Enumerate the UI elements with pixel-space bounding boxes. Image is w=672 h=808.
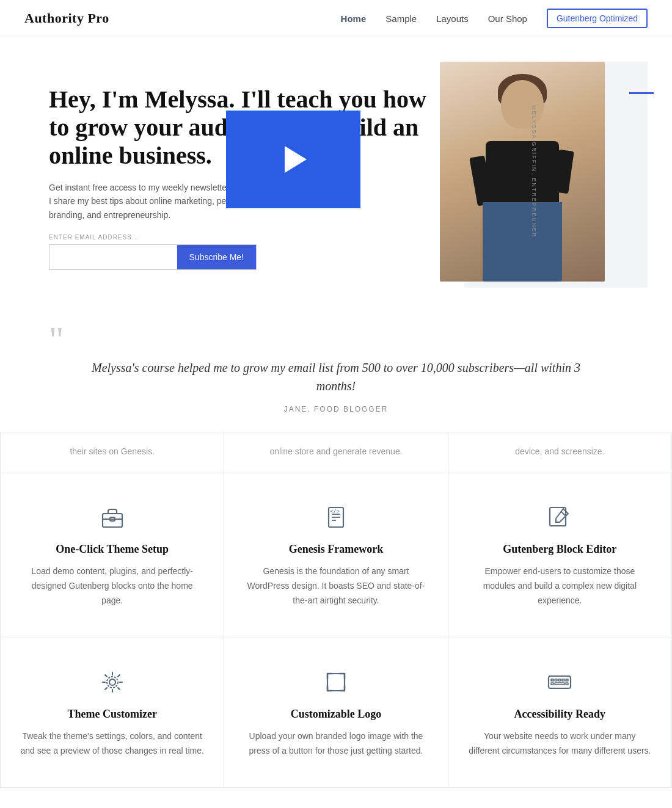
svg-rect-27 — [551, 683, 553, 685]
gutenberg-optimized-button[interactable]: Gutenberg Optimized — [547, 9, 648, 28]
feature-desc-gutenberg: Empower end-users to customize those mod… — [468, 564, 652, 608]
partial-cell-2: online store and generate revenue. — [224, 432, 448, 473]
email-input[interactable] — [49, 245, 177, 269]
feature-title-oneclick: One-Click Theme Setup — [20, 543, 204, 556]
hero-image-wrap: MELYSSA GRIFFIN, ENTREPREUNER — [440, 62, 635, 294]
quote-mark: " — [49, 330, 623, 349]
feature-cell-customizer: Theme Customizer Tweak the theme's setti… — [1, 638, 224, 788]
email-label: Enter email address... — [49, 234, 257, 241]
nav: Home Sample Layouts Our Shop Gutenberg O… — [341, 9, 648, 28]
svg-line-9 — [561, 511, 566, 516]
edit-icon — [545, 503, 574, 532]
svg-point-10 — [109, 679, 115, 685]
email-form: Enter email address... Subscribe Me! — [49, 234, 257, 270]
gear-icon — [98, 668, 127, 697]
partial-text-1: their sites on Genesis. — [20, 445, 204, 458]
nav-link-home[interactable]: Home — [341, 13, 367, 24]
feature-grid: their sites on Genesis. online store and… — [0, 432, 672, 788]
partial-cell-1: their sites on Genesis. — [1, 432, 224, 473]
play-icon — [285, 146, 307, 173]
feature-title-genesis: Genesis Framework — [244, 543, 428, 556]
partial-text-2: online store and generate revenue. — [244, 445, 428, 458]
video-play-overlay[interactable] — [226, 111, 360, 208]
logo: Authority Pro — [24, 10, 109, 26]
svg-rect-0 — [103, 514, 122, 527]
feature-desc-accessibility: Your website needs to work under many di… — [468, 729, 652, 759]
svg-rect-29 — [566, 683, 568, 685]
feature-desc-logo: Upload your own branded logo image with … — [244, 729, 428, 759]
hero-image-main: MELYSSA GRIFFIN, ENTREPREUNER — [440, 62, 605, 282]
testimonial-section: " Melyssa's course helped me to grow my … — [0, 306, 672, 432]
person-head — [501, 80, 544, 129]
nav-link-layouts[interactable]: Layouts — [436, 13, 469, 24]
side-text: MELYSSA GRIFFIN, ENTREPREUNER — [530, 105, 536, 238]
svg-rect-28 — [555, 683, 564, 685]
svg-rect-23 — [555, 679, 557, 681]
header: Authority Pro Home Sample Layouts Our Sh… — [0, 0, 672, 37]
resize-icon — [321, 668, 351, 697]
svg-rect-26 — [566, 679, 568, 681]
email-input-row: Subscribe Me! — [49, 244, 257, 270]
briefcase-icon — [98, 503, 127, 532]
svg-rect-24 — [558, 679, 561, 681]
feature-cell-oneclick: One-Click Theme Setup Load demo content,… — [1, 473, 224, 638]
feature-cell-logo: Customizable Logo Upload your own brande… — [224, 638, 448, 788]
feature-title-accessibility: Accessibility Ready — [468, 708, 652, 721]
testimonial-text: Melyssa's course helped me to grow my em… — [86, 359, 586, 395]
svg-rect-22 — [551, 679, 553, 681]
nav-link-ourshop[interactable]: Our Shop — [488, 13, 527, 24]
svg-point-11 — [107, 677, 118, 688]
partial-text-3: device, and screensize. — [468, 445, 652, 458]
testimonial-author: Jane, Food Blogger — [49, 405, 623, 413]
feature-desc-customizer: Tweak the theme's settings, colors, and … — [20, 729, 204, 759]
keyboard-icon — [545, 668, 574, 697]
blue-decorative-line — [629, 92, 654, 94]
feature-desc-genesis: Genesis is the foundation of any smart W… — [244, 564, 428, 608]
nav-link-sample[interactable]: Sample — [385, 13, 417, 24]
person-silhouette: MELYSSA GRIFFIN, ENTREPREUNER — [440, 62, 605, 282]
partial-cell-3: device, and screensize. — [448, 432, 672, 473]
feature-desc-oneclick: Load demo content, plugins, and perfectl… — [20, 564, 204, 608]
svg-rect-25 — [562, 679, 564, 681]
svg-text:</>: </> — [331, 509, 340, 514]
svg-rect-12 — [327, 674, 345, 691]
feature-cell-accessibility: Accessibility Ready Your website needs t… — [448, 638, 672, 788]
feature-cell-gutenberg: Gutenberg Block Editor Empower end-users… — [448, 473, 672, 638]
feature-cell-genesis: </> Genesis Framework Genesis is the fou… — [224, 473, 448, 638]
person-pants — [483, 202, 562, 282]
feature-title-logo: Customizable Logo — [244, 708, 428, 721]
code-icon: </> — [321, 503, 351, 532]
svg-rect-21 — [549, 676, 571, 688]
feature-title-customizer: Theme Customizer — [20, 708, 204, 721]
hero-subtitle: Get instant free access to my weekly new… — [49, 181, 257, 222]
feature-title-gutenberg: Gutenberg Block Editor — [468, 543, 652, 556]
hero-section: Hey, I'm Melyssa. I'll teach you how to … — [0, 37, 672, 306]
subscribe-button[interactable]: Subscribe Me! — [177, 245, 256, 269]
